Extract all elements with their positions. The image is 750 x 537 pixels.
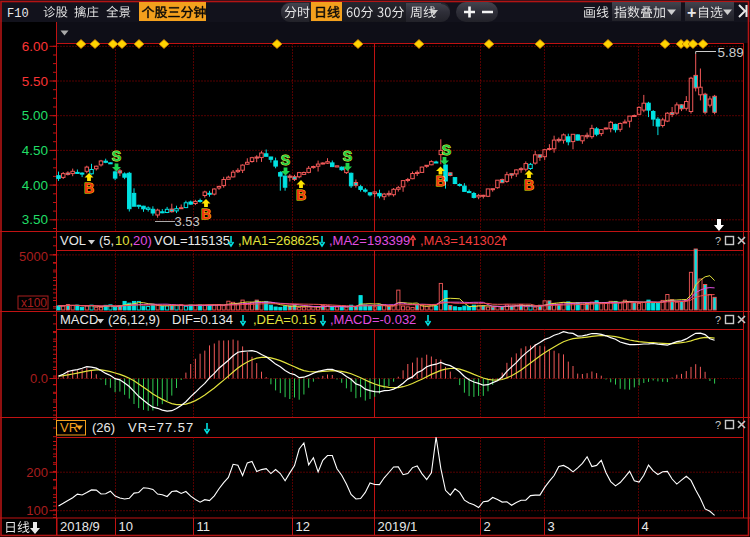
svg-text:B: B [201, 206, 211, 222]
svg-text:S: S [442, 142, 451, 158]
svg-text:12: 12 [296, 519, 310, 534]
svg-text:S: S [281, 152, 290, 168]
svg-text:3.50: 3.50 [22, 212, 48, 227]
svg-text:B: B [296, 187, 306, 203]
svg-text:3.53: 3.53 [175, 214, 200, 229]
svg-text:F10: F10 [7, 7, 29, 21]
svg-text:,MACD=-0.032: ,MACD=-0.032 [330, 312, 416, 327]
svg-text:4.00: 4.00 [22, 178, 48, 193]
svg-text:3: 3 [548, 519, 555, 534]
svg-text:(26): (26) [92, 420, 115, 435]
svg-text:,MA3=141302: ,MA3=141302 [420, 233, 501, 248]
svg-text:MACD: MACD [60, 312, 98, 327]
svg-text:2: 2 [484, 519, 491, 534]
svg-text:VR: VR [60, 420, 78, 435]
svg-text:5.50: 5.50 [22, 74, 48, 89]
svg-text:200: 200 [26, 465, 48, 480]
svg-text:B: B [84, 180, 94, 196]
svg-text:(5,: (5, [99, 233, 114, 248]
svg-text:,DEA=0.15: ,DEA=0.15 [253, 312, 316, 327]
svg-text:0.0: 0.0 [30, 371, 48, 386]
svg-text:2019/1: 2019/1 [378, 519, 418, 534]
svg-text:x100: x100 [21, 296, 47, 310]
svg-text:B: B [524, 177, 534, 193]
svg-text:2018/9: 2018/9 [60, 519, 100, 534]
svg-text:5.00: 5.00 [22, 108, 48, 123]
svg-text:11: 11 [197, 519, 211, 534]
svg-text:6.00: 6.00 [22, 39, 48, 54]
svg-text:?: ? [715, 235, 721, 247]
svg-text:(26,12,9): (26,12,9) [108, 312, 160, 327]
svg-text:,MA1=268625: ,MA1=268625 [238, 233, 319, 248]
svg-text:?: ? [715, 419, 721, 431]
svg-text:VOL=115135: VOL=115135 [154, 233, 230, 248]
svg-text:5.89: 5.89 [718, 45, 744, 60]
svg-text:20): 20) [133, 233, 152, 248]
svg-text:10: 10 [119, 519, 133, 534]
svg-text:VR=77.57: VR=77.57 [128, 420, 194, 435]
svg-text:S: S [343, 148, 352, 164]
svg-text:4: 4 [642, 519, 649, 534]
svg-text:10,: 10, [115, 233, 133, 248]
svg-text:B: B [435, 173, 445, 189]
svg-text:100: 100 [26, 503, 48, 518]
svg-text:S: S [112, 148, 121, 164]
svg-text:5000: 5000 [19, 249, 48, 264]
svg-text:VOL: VOL [60, 233, 86, 248]
svg-text:DIF=0.134: DIF=0.134 [172, 312, 233, 327]
svg-text:,MA2=193399: ,MA2=193399 [329, 233, 410, 248]
svg-text:+: + [687, 4, 696, 21]
svg-text:?: ? [715, 314, 721, 326]
svg-text:4.50: 4.50 [22, 143, 48, 158]
